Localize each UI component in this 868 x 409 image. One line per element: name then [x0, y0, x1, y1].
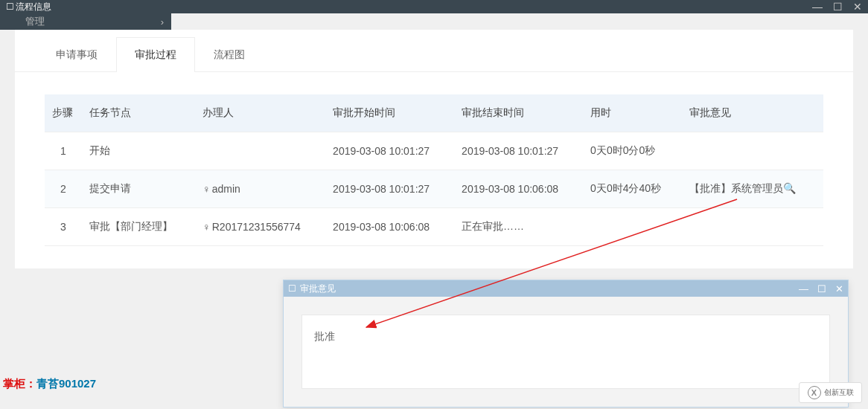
th-duration: 用时 [583, 94, 682, 132]
th-end: 审批结束时间 [454, 94, 583, 132]
table-row: 2 提交申请 ♀admin 2019-03-08 10:01:27 2019-0… [45, 170, 823, 208]
opinion-popup: ☐ 审批意见 — ☐ ✕ 批准 [283, 280, 849, 408]
th-handler: 办理人 [195, 94, 325, 132]
cell-end: 2019-03-08 10:01:27 [454, 132, 583, 170]
th-step: 步骤 [45, 94, 82, 132]
cell-duration: 0天0时4分40秒 [583, 170, 682, 208]
watermark-icon: X [808, 386, 821, 399]
opinion-textarea[interactable]: 批准 [301, 315, 830, 389]
cell-step: 2 [45, 170, 82, 208]
approval-table-container: 步骤 任务节点 办理人 审批开始时间 审批结束时间 用时 审批意见 1 开始 2… [15, 72, 853, 268]
main-panel: 申请事项 审批过程 流程图 步骤 任务节点 办理人 审批开始时间 审批结束时间 … [15, 30, 853, 268]
opinion-popup-title: 审批意见 [300, 283, 336, 294]
tab-approval-process[interactable]: 审批过程 [116, 37, 195, 72]
maximize-button[interactable]: ☐ [833, 1, 843, 12]
cell-node: 开始 [82, 132, 195, 170]
cell-start: 2019-03-08 10:01:27 [325, 132, 454, 170]
cell-duration: 0天0时0分0秒 [583, 132, 682, 170]
tab-apply[interactable]: 申请事项 [37, 37, 116, 72]
table-row: 3 审批【部门经理】 ♀R20171231556774 2019-03-08 1… [45, 208, 823, 246]
window-icon: ☐ [288, 283, 296, 294]
tab-apply-label: 申请事项 [56, 48, 98, 60]
minimize-button[interactable]: — [812, 1, 823, 12]
opinion-content: 批准 [314, 330, 335, 342]
close-button[interactable]: ✕ [853, 1, 862, 12]
opinion-popup-body: 批准 [284, 297, 848, 407]
opinion-text: 【批准】系统管理员 [689, 182, 783, 194]
handler-name: admin [212, 183, 240, 195]
cell-step: 1 [45, 132, 82, 170]
main-window-titlebar: ☐ 流程信息 — ☐ ✕ [0, 0, 868, 13]
handler-name: R20171231556774 [212, 221, 301, 233]
cell-node: 审批【部门经理】 [82, 208, 195, 246]
cell-step: 3 [45, 208, 82, 246]
sidebar-item-label: 管理 [25, 15, 45, 28]
approval-table: 步骤 任务节点 办理人 审批开始时间 审批结束时间 用时 审批意见 1 开始 2… [45, 94, 823, 246]
person-icon: ♀ [202, 183, 211, 195]
table-row: 1 开始 2019-03-08 10:01:27 2019-03-08 10:0… [45, 132, 823, 170]
search-icon: 🔍 [783, 182, 796, 194]
author-prefix: 掌柜： [3, 377, 36, 390]
cell-end: 正在审批…… [454, 208, 583, 246]
cell-duration [583, 208, 682, 246]
watermark-text: 创新互联 [824, 387, 854, 398]
cell-opinion [682, 208, 823, 246]
cell-opinion [682, 132, 823, 170]
author-name: 青苔901027 [36, 377, 96, 390]
person-icon: ♀ [202, 221, 211, 233]
th-opinion: 审批意见 [682, 94, 823, 132]
th-node: 任务节点 [82, 94, 195, 132]
popup-minimize-button[interactable]: — [799, 284, 808, 294]
cell-opinion[interactable]: 【批准】系统管理员🔍 [682, 170, 823, 208]
popup-close-button[interactable]: ✕ [835, 284, 843, 294]
main-window-title: 流程信息 [16, 1, 51, 13]
cell-start: 2019-03-08 10:01:27 [325, 170, 454, 208]
tab-flowchart[interactable]: 流程图 [195, 37, 264, 72]
window-icon: ☐ [6, 1, 14, 12]
tab-flowchart-label: 流程图 [214, 48, 245, 60]
th-start: 审批开始时间 [325, 94, 454, 132]
cell-node: 提交申请 [82, 170, 195, 208]
tab-approval-process-label: 审批过程 [135, 48, 176, 60]
watermark-logo: X 创新互联 [799, 382, 862, 403]
sidebar-item[interactable]: 管理 › [0, 13, 171, 30]
cell-handler [195, 132, 325, 170]
opinion-popup-header[interactable]: ☐ 审批意见 — ☐ ✕ [284, 280, 848, 297]
author-label: 掌柜：青苔901027 [3, 377, 96, 391]
cell-handler: ♀R20171231556774 [195, 208, 325, 246]
cell-end: 2019-03-08 10:06:08 [454, 170, 583, 208]
chevron-right-icon: › [161, 16, 164, 28]
cell-start: 2019-03-08 10:06:08 [325, 208, 454, 246]
popup-maximize-button[interactable]: ☐ [817, 284, 826, 294]
tab-bar: 申请事项 审批过程 流程图 [15, 37, 853, 72]
cell-handler: ♀admin [195, 170, 325, 208]
